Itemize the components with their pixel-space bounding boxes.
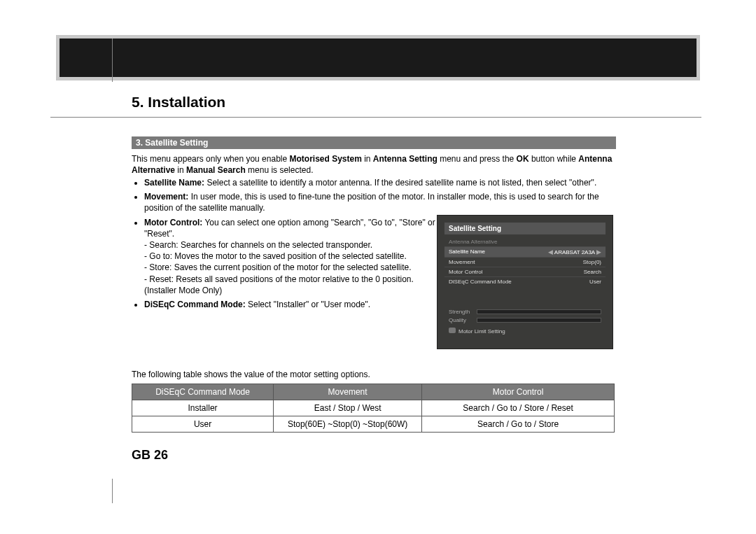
tv-row: Motor Control Search <box>444 267 606 276</box>
chapter-heading: 5. Installation <box>132 94 225 111</box>
options-table: DiSEqC Command Mode Movement Motor Contr… <box>132 384 615 433</box>
page-number: GB 26 <box>132 448 168 463</box>
table-cell: East / Stop / West <box>274 400 422 416</box>
tv-footer-text: Motor Limit Setting <box>458 328 505 335</box>
tv-strength-label: Strength <box>449 309 477 315</box>
text-bold: Antenna Setting <box>373 154 438 164</box>
table-header: Movement <box>274 384 422 400</box>
list-item: DiSEqC Command Mode: Select "Installer" … <box>144 299 438 310</box>
table-cell: User <box>132 416 274 433</box>
intro-paragraph: This menu appears only when you enable M… <box>132 153 615 176</box>
header-band-black <box>59 38 696 77</box>
sub-line: - Reset: Resets all saved positions of t… <box>144 274 438 285</box>
list-item: Motor Control: You can select one option… <box>144 217 438 296</box>
tv-row-value: User <box>589 279 601 285</box>
bullet-label: Satellite Name: <box>144 178 204 188</box>
tv-strength-bar <box>477 309 601 314</box>
table-intro-text: The following table shows the value of t… <box>132 370 615 379</box>
tv-screenshot: Satellite Setting Antenna Alternative Sa… <box>437 215 613 349</box>
bullet-text: Select "Installer" or "User mode". <box>246 300 370 309</box>
tv-row: Movement Stop(0) <box>444 257 606 267</box>
tv-row-value: Search <box>584 269 601 275</box>
margin-line-bottom <box>112 479 113 503</box>
text: in <box>175 165 186 175</box>
text: menu is selected. <box>246 165 314 175</box>
bullet-label: Motor Control: <box>144 218 202 227</box>
tv-row-label: Motor Control <box>449 269 482 275</box>
table-cell: Search / Go to / Store <box>422 416 615 433</box>
table-row: User Stop(60E) ~Stop(0) ~Stop(60W) Searc… <box>132 416 615 433</box>
key-icon <box>449 328 456 333</box>
text: button while <box>529 154 579 164</box>
table-header: Motor Control <box>422 384 615 400</box>
table-cell: Search / Go to / Store / Reset <box>422 400 615 416</box>
text: menu and press the <box>438 154 517 164</box>
tv-row: DiSEqC Command Mode User <box>444 276 606 286</box>
text-bold: OK <box>517 154 529 164</box>
heading-underline <box>50 117 701 118</box>
tv-title: Satellite Setting <box>444 223 606 234</box>
table-header: DiSEqC Command Mode <box>132 384 274 400</box>
tv-footer: Motor Limit Setting <box>444 328 606 335</box>
margin-line-top <box>112 38 113 82</box>
tv-row-value: ◀ ARABSAT 2A3A ▶ <box>548 248 601 255</box>
tv-row: Satellite Name ◀ ARABSAT 2A3A ▶ <box>444 246 606 257</box>
chevron-left-icon: ◀ <box>548 248 553 255</box>
table-row: Installer East / Stop / West Search / Go… <box>132 400 615 416</box>
text: in <box>362 154 373 164</box>
sub-line: (Installer Mode Only) <box>144 285 438 296</box>
tv-row-label: Movement <box>449 259 475 265</box>
tv-quality-bar <box>477 318 601 323</box>
text: This menu appears only when you enable <box>132 154 289 164</box>
sub-line: - Go to: Moves the motor to the saved po… <box>144 251 438 262</box>
tv-quality-label: Quality <box>449 317 477 323</box>
tv-value-text: ARABSAT 2A3A <box>554 249 595 255</box>
sub-line: - Store: Saves the current position of t… <box>144 262 438 273</box>
text-bold: Motorised System <box>289 154 361 164</box>
section-title-bar: 3. Satellite Setting <box>132 136 616 149</box>
table-cell: Installer <box>132 400 274 416</box>
manual-page: 5. Installation 3. Satellite Setting Thi… <box>0 0 756 534</box>
bullet-label: DiSEqC Command Mode: <box>144 300 246 309</box>
text-bold: Manual Search <box>186 165 246 175</box>
bullet-text: Select a satellite to identify a motor a… <box>204 178 596 188</box>
tv-signal-bars: Strength Quality <box>444 309 606 323</box>
tv-row-value: Stop(0) <box>583 259 601 265</box>
tv-row-label: Satellite Name <box>449 248 485 255</box>
bullet-label: Movement: <box>144 192 188 202</box>
tv-subtitle: Antenna Alternative <box>444 237 606 246</box>
bullet-text: In user mode, this is used to fine-tune … <box>144 192 599 213</box>
table-cell: Stop(60E) ~Stop(0) ~Stop(60W) <box>274 416 422 433</box>
list-item: Movement: In user mode, this is used to … <box>144 191 615 213</box>
list-item: Satellite Name: Select a satellite to id… <box>144 177 615 188</box>
tv-row-label: DiSEqC Command Mode <box>449 279 512 285</box>
sub-line: - Search: Searches for channels on the s… <box>144 239 438 251</box>
chevron-right-icon: ▶ <box>596 248 601 255</box>
